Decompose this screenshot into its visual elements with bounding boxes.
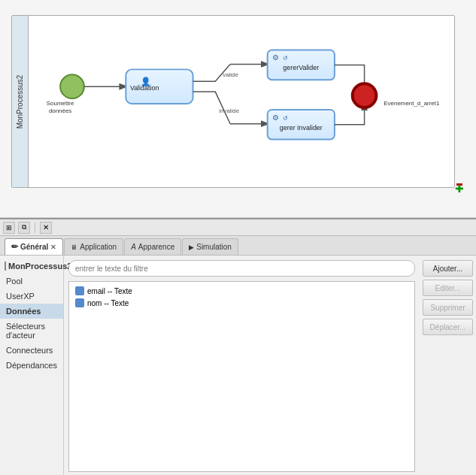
tab-application-icon: 🖥 bbox=[71, 244, 77, 251]
svg-text:👤: 👤 bbox=[141, 76, 151, 86]
tab-application-label: Application bbox=[80, 243, 117, 251]
resize-handle-green[interactable]: ✚ bbox=[455, 183, 464, 195]
svg-text:données: données bbox=[49, 107, 71, 114]
panel-actions: Ajouter... Editer... Supprimer Déplacer.… bbox=[420, 256, 476, 475]
svg-text:valide: valide bbox=[223, 71, 238, 78]
close-panel-button[interactable]: ✕ bbox=[40, 222, 52, 234]
data-icon-nom bbox=[75, 298, 84, 307]
svg-text:⚙: ⚙ bbox=[272, 53, 279, 62]
bottom-panel: ⊞ ⧉ ✕ ✏ Général ✕ 🖥 Application A Appare… bbox=[0, 218, 476, 475]
data-item-email[interactable]: email -- Texte bbox=[72, 285, 411, 297]
svg-text:⚙: ⚙ bbox=[272, 113, 279, 122]
sidebar-item-userxp[interactable]: UserXP bbox=[0, 289, 63, 304]
panel-body: MonProcessus2 Pool UserXP Données Sélect… bbox=[0, 256, 476, 475]
diagram-svg: 👤 Validation valide invalide ⚙ ↺ gererVa… bbox=[29, 16, 454, 187]
svg-text:invalide: invalide bbox=[219, 107, 239, 114]
svg-text:Validation: Validation bbox=[130, 84, 159, 92]
restore-button[interactable]: ⧉ bbox=[18, 222, 30, 234]
tab-apparence-icon: A bbox=[131, 243, 136, 251]
svg-text:Soumettre: Soumettre bbox=[47, 100, 74, 107]
filter-input[interactable] bbox=[68, 260, 415, 277]
data-item-nom-label: nom -- Texte bbox=[87, 299, 129, 307]
data-icon-email bbox=[75, 286, 84, 295]
tab-general-label: Général bbox=[20, 243, 48, 251]
svg-point-0 bbox=[60, 74, 84, 98]
tab-application[interactable]: 🖥 Application bbox=[64, 238, 123, 255]
pool-content: 👤 Validation valide invalide ⚙ ↺ gererVa… bbox=[29, 16, 454, 187]
svg-rect-9 bbox=[268, 50, 335, 80]
tab-simulation-label: Simulation bbox=[196, 243, 232, 251]
diagram-area: MonProcessus2 👤 Validation valid bbox=[0, 0, 476, 218]
panel-main: email -- Texte nom -- Texte bbox=[64, 256, 420, 475]
tab-simulation[interactable]: ▶ Simulation bbox=[182, 238, 238, 255]
tab-apparence[interactable]: A Apparence bbox=[124, 238, 181, 255]
process-title-text: MonProcessus2 bbox=[8, 262, 71, 271]
grid-button[interactable]: ⊞ bbox=[3, 222, 15, 234]
data-item-nom[interactable]: nom -- Texte bbox=[72, 297, 411, 309]
sidebar-item-pool[interactable]: Pool bbox=[0, 274, 63, 289]
svg-point-17 bbox=[353, 83, 377, 107]
sidebar-item-donnees[interactable]: Données bbox=[0, 304, 63, 319]
supprimer-button[interactable]: Supprimer bbox=[423, 299, 473, 316]
svg-text:gererValider: gererValider bbox=[283, 64, 319, 71]
data-item-email-label: email -- Texte bbox=[87, 287, 132, 295]
pool-label: MonProcessus2 bbox=[12, 16, 29, 187]
panel-sidebar: MonProcessus2 Pool UserXP Données Sélect… bbox=[0, 256, 64, 475]
sidebar-item-dependances[interactable]: Dépendances bbox=[0, 358, 63, 373]
pool-container: MonProcessus2 👤 Validation valid bbox=[11, 15, 455, 188]
sidebar-item-selecteurs[interactable]: Sélecteurs d'acteur bbox=[0, 319, 63, 343]
svg-rect-13 bbox=[268, 110, 335, 140]
sidebar-item-connecteurs[interactable]: Connecteurs bbox=[0, 343, 63, 358]
deplacer-button[interactable]: Déplacer... bbox=[423, 319, 473, 335]
data-list: email -- Texte nom -- Texte bbox=[68, 281, 415, 472]
svg-text:↺: ↺ bbox=[283, 55, 288, 62]
svg-text:Evenement_d_arret1: Evenement_d_arret1 bbox=[384, 100, 440, 107]
tabs-bar: ✏ Général ✕ 🖥 Application A Apparence ▶ … bbox=[0, 236, 476, 256]
svg-text:gerer Invalider: gerer Invalider bbox=[280, 124, 323, 132]
pool-label-text: MonProcessus2 bbox=[16, 74, 24, 129]
ajouter-button[interactable]: Ajouter... bbox=[423, 260, 473, 277]
process-checkbox bbox=[5, 262, 6, 271]
tab-general-icon: ✏ bbox=[11, 242, 18, 252]
toolbar-separator bbox=[35, 222, 35, 233]
process-title-row: MonProcessus2 bbox=[0, 259, 63, 274]
tab-simulation-icon: ▶ bbox=[189, 244, 194, 251]
panel-toolbar: ⊞ ⧉ ✕ bbox=[0, 219, 476, 236]
svg-rect-2 bbox=[126, 69, 193, 104]
tab-apparence-label: Apparence bbox=[138, 243, 174, 251]
tab-general[interactable]: ✏ Général ✕ bbox=[5, 238, 63, 255]
svg-text:↺: ↺ bbox=[283, 115, 288, 122]
editer-button[interactable]: Editer... bbox=[423, 280, 473, 296]
tab-general-close[interactable]: ✕ bbox=[50, 244, 56, 251]
